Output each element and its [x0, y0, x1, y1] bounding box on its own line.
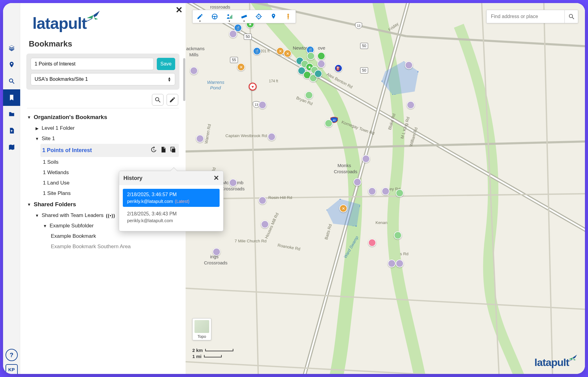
latest-badge: (Latest)	[175, 199, 189, 204]
map-poi[interactable]: ⛽	[334, 64, 342, 72]
org-bookmarks-header[interactable]: ▼ Organization's Bookmarks	[27, 111, 179, 123]
map-poi[interactable]: ✕	[237, 63, 245, 71]
map-poi[interactable]	[325, 119, 333, 127]
svg-point-22	[258, 16, 259, 17]
rail-avatar[interactable]: KP	[6, 364, 18, 374]
map-place-label: ove	[318, 45, 325, 50]
map-poi[interactable]	[317, 52, 325, 60]
hwy-marker: 50	[360, 43, 368, 49]
map-poi[interactable]	[305, 91, 313, 99]
map-poi[interactable]	[261, 220, 269, 228]
map-poi[interactable]	[362, 155, 370, 163]
map-poi[interactable]	[258, 101, 266, 109]
basemap-switcher[interactable]: Topo	[192, 318, 211, 340]
bookmark-soils[interactable]: 1 Soils	[27, 157, 179, 167]
map-poi[interactable]	[388, 259, 396, 267]
map-distance-label: 201 ft	[260, 49, 270, 53]
svg-point-12	[214, 16, 215, 17]
tool-streetview[interactable]	[281, 10, 296, 23]
map-search-input[interactable]	[487, 14, 564, 19]
tool-locate[interactable]	[251, 10, 266, 23]
map-poi[interactable]	[196, 135, 204, 143]
select-updown-icon: ▲▼	[168, 77, 171, 82]
watermark-logo: latapult	[534, 354, 579, 368]
map-poi[interactable]	[268, 133, 276, 141]
copy-button[interactable]	[170, 146, 176, 155]
map-poi[interactable]	[317, 60, 325, 68]
map-poi[interactable]	[229, 30, 237, 38]
map-place-label: Monks	[337, 163, 351, 168]
tool-pin[interactable]	[266, 10, 281, 23]
bookmark-actions	[150, 146, 176, 155]
map-poi[interactable]	[407, 101, 415, 109]
crosshair-icon	[255, 13, 262, 20]
bookmark-example[interactable]: Example Bookmark	[27, 231, 179, 241]
map-poi[interactable]	[353, 178, 361, 186]
panel-close-button[interactable]: ✕	[175, 5, 183, 15]
rail-layers[interactable]	[3, 40, 20, 56]
map-poi[interactable]	[190, 67, 198, 75]
map-poi[interactable]: ✕	[284, 50, 292, 58]
history-item[interactable]: 2/18/2025, 3:46:43 PM perikly.k@latapult…	[123, 208, 220, 226]
rail-bookmarks[interactable]	[3, 89, 20, 106]
bookmark-path-select[interactable]: USA's Bookmarks/Site 1 ▲▼	[31, 73, 175, 85]
map-poi[interactable]	[382, 187, 390, 195]
history-timestamp: 2/18/2025, 3:46:43 PM	[127, 211, 215, 217]
bookmark-example-south[interactable]: Example Bookmark Southern Area	[27, 241, 179, 252]
map-search-button[interactable]	[564, 10, 578, 23]
scrollbar-thumb[interactable]	[183, 58, 185, 101]
map-poi[interactable]: ✕	[276, 47, 284, 55]
layers-icon	[8, 45, 15, 51]
map-poi[interactable]: ✕	[339, 204, 347, 212]
rail-folders[interactable]	[3, 106, 20, 122]
map-poi[interactable]: 🍴	[253, 47, 261, 55]
tool-demographics[interactable]: ▼	[222, 10, 237, 23]
map-poi[interactable]	[368, 239, 376, 247]
map-canvas[interactable]: 50 55 50 50 13 13 40 rossroads ackmans M…	[186, 3, 585, 374]
svg-rect-20	[241, 15, 247, 18]
map-poi[interactable]	[229, 179, 237, 187]
map-poi[interactable]	[394, 231, 402, 239]
bookmark-label: 1 Land Use	[43, 180, 70, 186]
export-button[interactable]	[160, 146, 167, 155]
map-poi[interactable]	[368, 187, 376, 195]
rail-search[interactable]	[3, 73, 20, 89]
rail-places[interactable]	[3, 56, 20, 73]
save-button[interactable]: Save	[157, 58, 175, 70]
bookmark-name-input[interactable]	[31, 58, 154, 70]
svg-rect-17	[230, 17, 231, 19]
map-poi[interactable]	[405, 61, 413, 69]
rail-maps[interactable]	[3, 139, 20, 155]
search-icon	[154, 96, 161, 103]
folder-label: Shared with Team Leaders	[42, 212, 104, 218]
tool-measure[interactable]: ▼	[237, 10, 251, 23]
tree-search-button[interactable]	[152, 94, 164, 106]
svg-point-31	[569, 14, 572, 18]
map-poi[interactable]	[396, 259, 404, 267]
rail-upload[interactable]	[3, 122, 20, 139]
hwy-marker: 50	[244, 34, 252, 40]
map-distance-label: 174 ft	[269, 79, 278, 83]
folder-level1[interactable]: ▶ Level 1 Folder	[27, 123, 179, 133]
history-title: History	[123, 175, 142, 181]
map-poi[interactable]	[258, 196, 266, 204]
bookmark-poi-selected[interactable]: 1 Points of Interest	[40, 144, 179, 157]
folder-label: Level 1 Folder	[42, 125, 75, 131]
tree-edit-button[interactable]	[167, 94, 178, 106]
org-header-label: Organization's Bookmarks	[34, 114, 107, 121]
map-poi[interactable]	[314, 70, 322, 78]
map-poi[interactable]: ♥	[249, 83, 257, 91]
scale-mi-label: 1 mi	[192, 354, 202, 359]
tool-draw[interactable]: ▼	[193, 10, 207, 23]
history-button[interactable]	[150, 146, 157, 155]
map-poi[interactable]	[307, 52, 315, 60]
rail-help[interactable]: ?	[6, 349, 18, 361]
history-item[interactable]: 2/18/2025, 3:46:57 PM perikly.k@latapult…	[123, 189, 220, 207]
brand-text: latapult	[32, 14, 87, 32]
folder-site1[interactable]: ▼ Site 1	[27, 133, 179, 144]
map-poi[interactable]	[396, 189, 404, 197]
map-poi[interactable]	[213, 248, 221, 256]
tool-driving[interactable]	[207, 10, 222, 23]
icon-rail: ? KP	[3, 3, 20, 374]
history-close-button[interactable]: ✕	[213, 174, 219, 182]
